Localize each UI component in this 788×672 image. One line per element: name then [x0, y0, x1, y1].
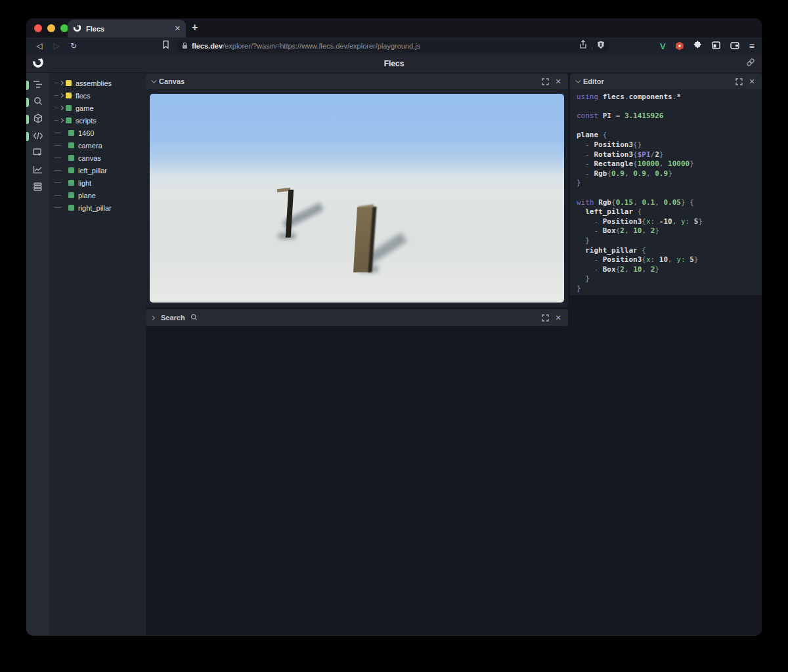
- lock-icon: [182, 42, 188, 51]
- entity-color-dot: [68, 155, 74, 161]
- tree-item-1460[interactable]: 1460: [49, 127, 146, 139]
- flecs-logo-icon[interactable]: [32, 56, 44, 71]
- entity-color-dot: [68, 205, 74, 211]
- active-indicator: [26, 132, 29, 141]
- fullscreen-icon[interactable]: [734, 77, 743, 86]
- browser-menu-icon[interactable]: ≡: [749, 41, 755, 51]
- wallet-icon[interactable]: [730, 40, 739, 52]
- screen-share-icon: [33, 148, 43, 159]
- chevron-down-icon[interactable]: [575, 77, 580, 83]
- code-line: - Position3{}: [577, 140, 762, 150]
- search-panel-header[interactable]: Search ✕: [146, 309, 568, 326]
- expand-chevron-icon[interactable]: [59, 93, 64, 98]
- sidebar-chart-icon[interactable]: [26, 162, 49, 179]
- code-editor[interactable]: using flecs.components.* const PI = 3.14…: [570, 89, 762, 293]
- code-line: left_pillar {: [577, 207, 762, 217]
- tree-item-flecs[interactable]: flecs: [49, 89, 146, 102]
- sidebar-cube-icon[interactable]: [26, 111, 49, 128]
- canvas-panel-header[interactable]: Canvas ✕: [146, 74, 568, 89]
- sidebar-list-icon[interactable]: [26, 179, 49, 196]
- share-icon[interactable]: [579, 40, 587, 52]
- active-indicator: [26, 98, 29, 107]
- entity-color-dot: [66, 93, 72, 98]
- reading-list-icon[interactable]: [162, 40, 170, 52]
- extension-hexagon-icon[interactable]: [676, 42, 684, 51]
- sidebar-search-icon[interactable]: [26, 94, 49, 111]
- editor-panel: Editor ✕ using flecs.components.* const …: [570, 74, 762, 295]
- close-icon[interactable]: ✕: [554, 77, 563, 86]
- expand-chevron-icon[interactable]: [59, 106, 64, 110]
- share-link-icon[interactable]: [746, 58, 755, 70]
- brave-shield-icon[interactable]: [597, 40, 605, 52]
- tree-connector: [55, 158, 61, 158]
- tree-item-label: 1460: [78, 129, 94, 137]
- tree-item-label: game: [76, 104, 94, 112]
- tree-item-label: plane: [78, 192, 96, 200]
- tree-item-label: left_pillar: [78, 167, 107, 175]
- tree-connector: [55, 108, 58, 108]
- reload-icon[interactable]: ↻: [67, 41, 80, 51]
- tree-item-assemblies[interactable]: assemblies: [49, 77, 146, 89]
- chevron-right-icon[interactable]: [150, 315, 155, 320]
- tab-close-icon[interactable]: ✕: [175, 25, 181, 32]
- code-line: using flecs.components.*: [577, 93, 762, 102]
- editor-panel-header[interactable]: Editor ✕: [570, 74, 762, 89]
- entity-color-dot: [68, 130, 74, 136]
- code-line: - Rotation3{$PI/2}: [577, 150, 762, 160]
- tree-item-left_pillar[interactable]: left_pillar: [49, 164, 146, 177]
- page-title: Flecs: [26, 59, 762, 68]
- app-body: assembliesflecsgamescripts1460cameracanv…: [26, 73, 762, 635]
- entity-color-dot: [68, 142, 74, 148]
- active-indicator: [26, 81, 29, 90]
- sidebar-code-icon[interactable]: [26, 128, 49, 145]
- vue-devtools-icon[interactable]: V: [660, 41, 666, 51]
- code-line: - Box{2, 10, 2}: [577, 265, 762, 275]
- tree-item-scripts[interactable]: scripts: [49, 114, 146, 127]
- url-bar[interactable]: flecs.dev/explorer/?wasm=https://www.fle…: [177, 40, 610, 52]
- url-path: /explorer/?wasm=https://www.flecs.dev/ex…: [223, 42, 420, 50]
- back-icon[interactable]: ◁: [33, 41, 46, 51]
- minimize-window-button[interactable]: [47, 24, 55, 32]
- close-window-button[interactable]: [34, 24, 42, 32]
- sidebar-screen-share-icon[interactable]: [26, 145, 49, 162]
- new-tab-button[interactable]: +: [192, 22, 198, 33]
- tree-connector: [55, 145, 61, 146]
- code-line: with Rgb{0.15, 0.1, 0.05} {: [577, 198, 762, 208]
- expand-chevron-icon[interactable]: [59, 118, 64, 123]
- url-text: flecs.dev/explorer/?wasm=https://www.fle…: [192, 42, 420, 50]
- tree-icon: [33, 79, 43, 91]
- code-line: - Rectangle{10000, 10000}: [577, 159, 762, 169]
- browser-window: Flecs ✕ + ◁ ▷ ↻ flecs.dev/explorer/?wasm…: [26, 18, 762, 636]
- tree-connector: [55, 195, 61, 196]
- tree-item-plane[interactable]: plane: [49, 189, 146, 201]
- fullscreen-icon[interactable]: [540, 313, 550, 322]
- tree-item-light[interactable]: light: [49, 177, 146, 189]
- tree-item-game[interactable]: game: [49, 102, 146, 114]
- extensions-puzzle-icon[interactable]: [693, 40, 702, 52]
- code-line: - Position3{x: 10, y: 5}: [577, 255, 762, 265]
- icon-sidebar: [26, 73, 49, 635]
- browser-tab-flecs[interactable]: Flecs ✕: [68, 20, 186, 37]
- code-icon: [33, 131, 43, 142]
- close-icon[interactable]: ✕: [747, 77, 756, 86]
- entity-color-dot: [68, 180, 74, 186]
- tree-item-label: canvas: [78, 154, 101, 162]
- tree-item-right_pillar[interactable]: right_pillar: [49, 201, 146, 214]
- tree-item-canvas[interactable]: canvas: [49, 152, 146, 164]
- search-panel: Search ✕: [146, 309, 568, 326]
- list-icon: [33, 182, 42, 194]
- 3d-viewport[interactable]: [150, 94, 564, 303]
- window-controls: [34, 24, 68, 32]
- sidebar-toggle-icon[interactable]: [712, 40, 720, 52]
- magnifier-icon: [190, 312, 198, 324]
- code-line: - Box{2, 10, 2}: [577, 226, 762, 236]
- expand-chevron-icon[interactable]: [59, 81, 64, 85]
- forward-icon[interactable]: ▷: [50, 41, 63, 51]
- tree-connector: [55, 182, 61, 183]
- fullscreen-icon[interactable]: [540, 77, 550, 86]
- sidebar-tree-icon[interactable]: [26, 77, 49, 94]
- tree-item-label: right_pillar: [78, 204, 112, 212]
- chevron-down-icon[interactable]: [151, 77, 156, 83]
- tree-item-camera[interactable]: camera: [49, 139, 146, 152]
- close-icon[interactable]: ✕: [554, 313, 563, 322]
